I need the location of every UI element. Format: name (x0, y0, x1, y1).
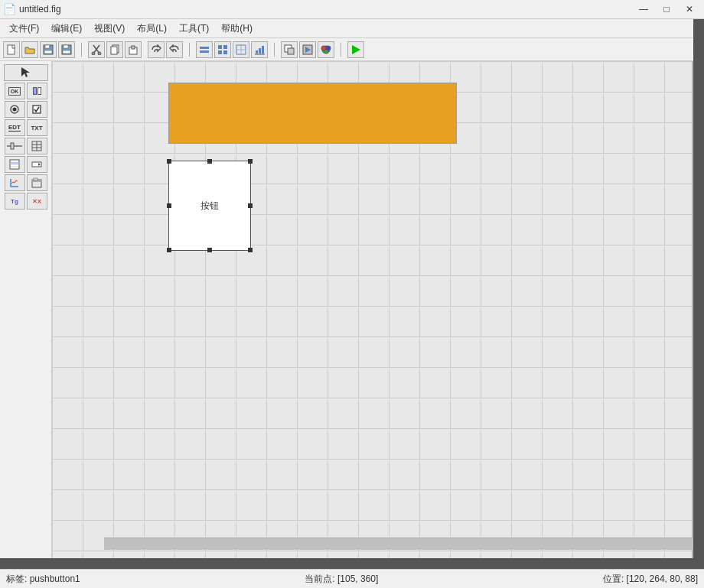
toolbox: OK (0, 61, 52, 569)
align-button[interactable] (196, 41, 213, 58)
svg-rect-16 (200, 47, 209, 49)
new-button[interactable] (3, 41, 20, 58)
undo-button[interactable] (148, 41, 165, 58)
svg-rect-41 (7, 145, 22, 147)
scrollbar-bottom[interactable] (104, 538, 704, 550)
panel-tool[interactable] (27, 174, 47, 191)
tool-row-2 (5, 101, 47, 118)
svg-rect-3 (44, 50, 52, 54)
handle-mr[interactable] (248, 203, 253, 208)
axes-tool[interactable] (5, 174, 25, 191)
minimize-button[interactable]: — (632, 0, 655, 19)
buttongroup-tool[interactable]: Tg (5, 193, 25, 210)
resize-button[interactable] (281, 41, 298, 58)
snap-button[interactable] (233, 41, 249, 58)
checkbox-icon (31, 104, 42, 115)
paste-button[interactable] (125, 41, 142, 58)
title-bar: 📄 untitled.fig — □ ✕ (0, 0, 704, 19)
handle-tm[interactable] (207, 159, 212, 164)
open-button[interactable] (21, 41, 38, 58)
chart-button[interactable] (251, 41, 268, 58)
color-button[interactable] (318, 41, 334, 58)
app-icon: 📄 (3, 3, 16, 15)
canvas-grid[interactable]: 按钮 (52, 61, 692, 569)
run2-icon (302, 44, 313, 55)
toolbar (0, 38, 704, 61)
menu-file[interactable]: 文件(F) (3, 21, 45, 37)
svg-rect-21 (223, 50, 227, 54)
svg-rect-17 (200, 50, 209, 53)
svg-rect-18 (218, 45, 222, 49)
maximize-button[interactable]: □ (655, 0, 678, 19)
activex-tool[interactable]: ✕X (27, 193, 47, 210)
copy-icon (109, 44, 120, 55)
redo-button[interactable] (166, 41, 183, 58)
undo-icon (151, 44, 161, 55)
edit-tool[interactable]: EDT (5, 119, 25, 136)
cut-button[interactable] (88, 41, 105, 58)
menu-view[interactable]: 视图(V) (88, 21, 131, 37)
button-widget[interactable]: 按钮 (168, 161, 251, 251)
button-label: 按钮 (200, 200, 219, 213)
svg-point-10 (92, 52, 95, 55)
separator3 (274, 43, 275, 57)
grid-button[interactable] (214, 41, 231, 58)
save-button[interactable] (58, 41, 75, 58)
tool-row-4 (5, 138, 47, 154)
handle-bm[interactable] (207, 248, 212, 252)
tool-row-6 (5, 174, 47, 191)
radio-tool[interactable] (5, 101, 25, 118)
canvas-wrapper: 按钮 (52, 61, 704, 569)
save-to-base-button[interactable] (40, 41, 57, 58)
select-tool[interactable] (4, 64, 48, 81)
menu-edit[interactable]: 编辑(E) (45, 21, 88, 37)
svg-rect-6 (64, 45, 68, 48)
menu-tools[interactable]: 工具(T) (173, 21, 215, 37)
orange-panel[interactable] (168, 83, 457, 144)
handle-tr[interactable] (248, 159, 253, 164)
table-tool[interactable] (27, 138, 47, 154)
slider-icon (6, 141, 23, 151)
text-icon: TXT (31, 125, 42, 132)
listbox-icon (9, 159, 20, 170)
paste-icon (128, 44, 139, 55)
resize-icon (284, 44, 295, 55)
svg-marker-37 (21, 67, 30, 77)
svg-rect-58 (34, 178, 37, 180)
run2-button[interactable] (299, 41, 316, 58)
status-bar: 标签: pushbutton1 当前点: [105, 360] 位置: [120… (0, 569, 704, 588)
separator4 (341, 43, 341, 57)
popupmenu-icon (31, 159, 42, 170)
listbox-tool[interactable] (5, 156, 25, 173)
menu-bar: 文件(F) 编辑(E) 视图(V) 布局(L) 工具(T) 帮助(H) (0, 19, 704, 38)
new-icon (6, 44, 17, 55)
status-current-point: 当前点: [105, 360] (305, 573, 378, 586)
svg-marker-36 (352, 45, 360, 54)
svg-rect-15 (132, 46, 135, 49)
popupmenu-tool[interactable] (27, 156, 47, 173)
handle-tl[interactable] (167, 159, 171, 164)
svg-rect-2 (45, 45, 50, 48)
axes-icon (9, 177, 20, 188)
handle-ml[interactable] (167, 203, 171, 208)
menu-help[interactable]: 帮助(H) (215, 21, 259, 37)
toggle-tool[interactable] (27, 83, 47, 99)
copy-button[interactable] (106, 41, 123, 58)
close-button[interactable]: ✕ (678, 0, 701, 19)
chart-icon (254, 44, 265, 55)
text-tool[interactable]: TXT (27, 119, 47, 136)
tool-row-3: EDT TXT (5, 119, 47, 136)
svg-rect-40 (33, 106, 41, 113)
dark-edge-right (693, 19, 704, 569)
save-icon (61, 44, 72, 55)
toggle-icon (33, 87, 41, 95)
pushbutton-tool[interactable]: OK (5, 83, 25, 99)
main-area: OK (0, 61, 704, 569)
svg-rect-25 (256, 50, 258, 54)
menu-layout[interactable]: 布局(L) (131, 21, 173, 37)
handle-bl[interactable] (167, 248, 171, 252)
handle-br[interactable] (248, 248, 253, 252)
run-button[interactable] (347, 41, 364, 58)
checkbox-tool[interactable] (27, 101, 47, 118)
slider-tool[interactable] (5, 138, 25, 154)
